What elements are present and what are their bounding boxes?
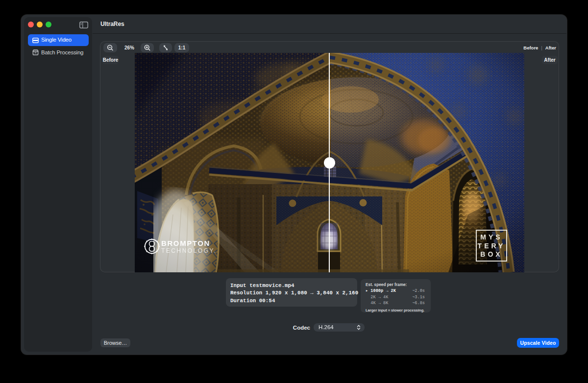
svg-text:BROMPTON: BROMPTON bbox=[161, 239, 210, 247]
svg-text:TECHNOLOGY.: TECHNOLOGY. bbox=[161, 247, 217, 254]
